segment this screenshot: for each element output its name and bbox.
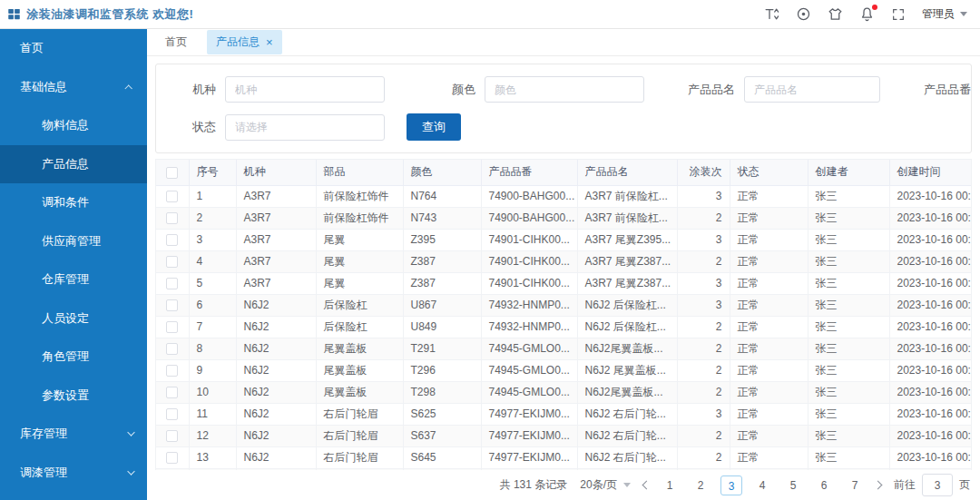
sidebar-item-inventory-mgmt[interactable]: 库存管理 <box>0 415 147 454</box>
help-icon[interactable] <box>796 6 811 22</box>
table-cell: N6J2 后保险杠... <box>577 294 677 316</box>
row-checkbox[interactable] <box>166 343 178 355</box>
table-cell: 2023-10-16 00:... <box>889 250 971 272</box>
status-select[interactable] <box>225 114 385 141</box>
sidebar-item-param-setting[interactable]: 参数设置 <box>0 377 147 416</box>
column-header: 产品品番 <box>481 160 577 185</box>
sidebar-item-label: 物料信息 <box>42 117 89 133</box>
prev-page-button[interactable] <box>642 481 652 490</box>
table-cell: 2023-10-16 00:... <box>889 359 971 381</box>
table-row: 8N6J2尾翼盖板T29174945-GMLO0...N6J2尾翼盖板...2正… <box>156 338 971 359</box>
table-cell: A3R7 <box>236 229 316 250</box>
table-cell: N6J2 右后门轮... <box>577 446 677 468</box>
sidebar-item-label: 人员设定 <box>42 310 89 327</box>
machine-type-input[interactable] <box>225 76 385 103</box>
sidebar-item-paint-mgmt[interactable]: 调漆管理 <box>0 454 147 493</box>
table-cell: N6J2 右后门轮... <box>577 403 677 425</box>
column-header: 涂装次 <box>677 160 730 185</box>
row-checkbox[interactable] <box>166 234 178 246</box>
table-cell: A3R7 尾翼Z395... <box>577 229 677 250</box>
sidebar-item-basic-info[interactable]: 基础信息 <box>0 68 147 107</box>
sidebar-item-role-mgmt[interactable]: 角色管理 <box>0 338 147 377</box>
tab-product-info[interactable]: 产品信息 × <box>207 30 282 54</box>
table-cell: Z387 <box>403 272 481 294</box>
notification-bell-icon[interactable] <box>859 6 875 22</box>
color-input[interactable] <box>485 76 644 103</box>
fullscreen-icon[interactable] <box>891 7 906 22</box>
table-cell: 74945-GMLO0... <box>481 381 577 403</box>
row-checkbox[interactable] <box>166 408 178 420</box>
table-cell: 2023-10-16 00:... <box>889 185 971 207</box>
table-cell: 张三 <box>808 272 889 294</box>
table-cell: 74932-HNMP0... <box>481 294 577 316</box>
font-size-icon[interactable] <box>764 6 779 22</box>
table-cell: 2023-10-16 00:... <box>889 229 971 250</box>
table-cell: 正常 <box>730 250 808 272</box>
sidebar-item-label: 产品信息 <box>42 156 89 172</box>
tab-home[interactable]: 首页 <box>165 34 187 50</box>
product-name-input[interactable] <box>744 76 880 103</box>
theme-icon[interactable] <box>828 6 843 22</box>
table-cell: 74901-CIHK00... <box>481 250 577 272</box>
row-checkbox[interactable] <box>166 365 178 377</box>
user-menu[interactable]: 管理员 <box>922 6 967 22</box>
page-button-5[interactable]: 5 <box>782 475 804 495</box>
table-cell: 正常 <box>730 381 808 403</box>
page-jumper: 前往 页 <box>894 474 970 496</box>
sidebar-item-home[interactable]: 首页 <box>0 29 147 68</box>
table-cell: 尾翼 <box>316 272 403 294</box>
table-cell: 11 <box>189 403 236 425</box>
page-button-1[interactable]: 1 <box>659 475 681 495</box>
sidebar-item-personnel-setting[interactable]: 人员设定 <box>0 299 147 338</box>
table-cell: 张三 <box>808 207 889 229</box>
row-checkbox[interactable] <box>166 321 178 333</box>
row-checkbox[interactable] <box>166 212 178 224</box>
query-button[interactable]: 查询 <box>407 113 461 141</box>
table-cell: N6J2 <box>236 446 316 468</box>
sidebar-item-product-info[interactable]: 产品信息 <box>0 145 147 184</box>
chevron-down-icon <box>623 483 631 487</box>
sidebar-item-blend-condition[interactable]: 调和条件 <box>0 183 147 222</box>
page-size-select[interactable]: 20条/页 <box>580 477 631 493</box>
page-button-6[interactable]: 6 <box>813 475 835 495</box>
row-checkbox[interactable] <box>166 452 178 464</box>
page-button-7[interactable]: 7 <box>844 475 866 495</box>
row-checkbox[interactable] <box>166 387 178 398</box>
page-button-2[interactable]: 2 <box>690 475 711 495</box>
row-checkbox[interactable] <box>166 430 178 442</box>
table-cell: S637 <box>403 425 481 446</box>
page-button-4[interactable]: 4 <box>751 475 773 495</box>
main-area: 首页 产品信息 × 机种 颜色 <box>147 29 980 500</box>
sidebar-item-label: 调和条件 <box>42 194 89 211</box>
table-cell: 9 <box>189 359 236 381</box>
jump-page-input[interactable] <box>922 474 953 496</box>
jump-prefix: 前往 <box>894 477 916 493</box>
page-button-3[interactable]: 3 <box>720 475 742 495</box>
row-checkbox[interactable] <box>166 278 178 289</box>
row-checkbox[interactable] <box>166 191 178 202</box>
field-machine-type: 机种 <box>160 76 385 103</box>
sidebar-item-label: 参数设置 <box>42 387 89 404</box>
table-cell: 尾翼盖板 <box>316 359 403 381</box>
table-row: 4A3R7尾翼Z38774901-CIHK00...A3R7 尾翼Z387...… <box>156 250 971 272</box>
product-table: 序号 机种 部品 颜色 产品品番 产品品名 涂装次 状态 创建者 创建时间 1A <box>155 159 972 470</box>
table-row: 11N6J2右后门轮眉S62574977-EKIJM0...N6J2 右后门轮.… <box>156 403 971 425</box>
table-cell: Z387 <box>403 250 481 272</box>
table-header-row: 序号 机种 部品 颜色 产品品番 产品品名 涂装次 状态 创建者 创建时间 <box>156 160 971 185</box>
table-cell: 2023-10-16 00:... <box>889 381 971 403</box>
notification-badge <box>872 5 877 10</box>
table-cell: 张三 <box>808 250 889 272</box>
select-all-checkbox[interactable] <box>166 167 178 179</box>
table-cell: N6J2尾翼盖板... <box>577 338 677 359</box>
table-cell: N6J2 后保险杠... <box>577 316 677 338</box>
sidebar-item-warehouse-mgmt[interactable]: 仓库管理 <box>0 260 147 299</box>
next-page-button[interactable] <box>874 481 883 490</box>
table-cell: A3R7 <box>236 272 316 294</box>
table-cell: 右后门轮眉 <box>316 446 403 468</box>
close-icon[interactable]: × <box>266 36 273 48</box>
row-checkbox[interactable] <box>166 256 178 268</box>
row-checkbox[interactable] <box>166 299 178 311</box>
table-cell: 2 <box>677 381 730 403</box>
sidebar-item-supplier-mgmt[interactable]: 供应商管理 <box>0 222 147 261</box>
sidebar-item-material-info[interactable]: 物料信息 <box>0 106 147 145</box>
